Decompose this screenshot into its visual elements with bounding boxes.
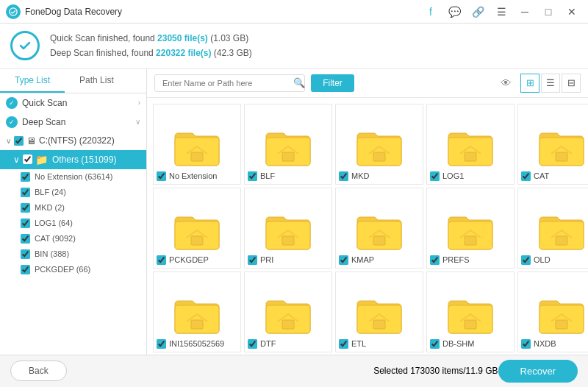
sidebar-quick-scan[interactable]: ✓ Quick Scan › [0,93,146,113]
folder-icon [447,210,494,251]
sub-item-checkbox[interactable] [21,249,30,259]
file-item[interactable]: BLF [244,104,332,185]
file-checkbox[interactable] [430,255,440,265]
recover-button[interactable]: Recover [498,360,578,383]
search-input[interactable] [154,74,305,92]
sidebar-deep-scan[interactable]: ✓ Deep Scan ∨ [0,113,146,132]
grid-view-icon[interactable]: ⊞ [520,74,539,93]
file-item[interactable]: CAT [517,104,588,185]
window-controls: f 💬 🔗 ☰ ─ □ ✕ [420,1,582,22]
file-name: KMAP [351,255,374,264]
file-checkbox[interactable] [521,171,531,181]
sub-item-checkbox[interactable] [21,234,30,244]
file-item[interactable]: MKD [335,104,423,185]
file-checkbox[interactable] [157,255,166,265]
sidebar-others[interactable]: ∨ 📁 Others (151099) [0,150,146,169]
file-checkbox[interactable] [339,171,348,181]
folder-icon [265,210,312,251]
menu-icon[interactable]: ☰ [491,1,512,22]
deep-scan-label: Deep Scan [22,117,65,127]
file-content: No Extension BLF MKD [153,104,582,355]
sidebar-sub-item[interactable]: BLF (24) [0,185,146,200]
svg-rect-10 [465,236,476,245]
file-item[interactable]: PRI [244,188,332,269]
file-item[interactable]: ETL [335,271,423,352]
svg-rect-2 [282,152,294,161]
file-item[interactable]: DTF [244,271,332,352]
file-item[interactable]: No Extension [153,104,241,185]
sidebar-sub-item[interactable]: CAT (9092) [0,231,146,246]
file-label: PREFS [430,255,511,265]
sub-item-checkbox[interactable] [21,219,30,228]
file-checkbox[interactable] [521,255,531,265]
sub-item-checkbox[interactable] [21,203,30,213]
close-icon[interactable]: ✕ [562,1,582,22]
tab-path-list[interactable]: Path List [65,69,129,93]
file-item[interactable]: LOG1 [426,104,514,185]
file-checkbox[interactable] [430,171,440,181]
sub-item-checkbox[interactable] [21,265,30,274]
detail-view-icon[interactable]: ⊟ [562,74,581,93]
file-checkbox[interactable] [521,339,531,349]
sidebar-sub-item[interactable]: PCKGDEP (66) [0,262,146,277]
list-view-icon[interactable]: ☰ [541,74,560,93]
svg-rect-15 [373,320,385,329]
sidebar-sub-item[interactable]: BIN (388) [0,246,146,262]
sidebar-sub-item[interactable]: No Extension (63614) [0,169,146,185]
file-checkbox[interactable] [248,171,257,181]
filter-button[interactable]: Filter [311,74,354,92]
file-checkbox[interactable] [157,339,166,349]
file-item[interactable]: PREFS [426,188,514,269]
share-icon[interactable]: 🔗 [467,1,488,22]
file-label: OLD [521,255,588,265]
folder-icon [265,126,312,167]
file-checkbox[interactable] [339,255,348,265]
file-checkbox[interactable] [157,171,166,181]
toolbar: 🔍 Filter 👁 ⊞ ☰ ⊟ [147,69,588,98]
file-label: MKD [339,171,420,181]
sub-item-label: LOG1 (64) [35,219,73,227]
back-button[interactable]: Back [10,361,67,381]
svg-rect-16 [465,320,476,329]
tab-type-list[interactable]: Type List [0,69,65,93]
drive-checkbox[interactable] [14,136,24,146]
file-checkbox[interactable] [248,339,257,349]
file-checkbox[interactable] [339,339,348,349]
file-item[interactable]: KMAP [335,188,423,269]
folder-icon [173,210,220,251]
sub-items: No Extension (63614)BLF (24)MKD (2)LOG1 … [0,169,146,277]
sidebar-sub-item[interactable]: MKD (2) [0,200,146,216]
app-icon [6,4,21,19]
minimize-icon[interactable]: ─ [514,1,535,22]
title-bar: FoneDog Data Recovery f 💬 🔗 ☰ ─ □ ✕ [0,0,588,24]
folder-icon [538,126,585,167]
file-label: KMAP [339,255,420,265]
file-label: ETL [339,339,420,349]
sub-item-label: BIN (388) [35,249,69,258]
file-item[interactable]: DB-SHM [426,271,514,352]
file-item[interactable]: OLD [517,188,588,269]
file-item[interactable]: NXDB [517,271,588,352]
file-checkbox[interactable] [430,339,440,349]
sub-item-checkbox[interactable] [21,172,30,182]
file-name: PRI [260,255,273,264]
sub-item-checkbox[interactable] [21,188,30,197]
file-checkbox[interactable] [248,255,257,265]
svg-rect-5 [556,152,567,161]
folder-icon [173,294,220,335]
sidebar-tabs: Type List Path List [0,69,146,93]
svg-rect-7 [191,236,203,245]
maximize-icon[interactable]: □ [538,1,559,22]
file-item[interactable]: PCKGDEP [153,188,241,269]
others-checkbox[interactable] [23,155,32,164]
sidebar-sub-item[interactable]: LOG1 (64) [0,216,146,231]
file-name: LOG1 [442,171,464,180]
scan-info: Quick Scan finished, found 23050 file(s)… [50,31,252,61]
message-icon[interactable]: 💬 [444,1,465,22]
file-name: BLF [260,171,275,180]
sidebar-drive[interactable]: ∨ 🖥 C:(NTFS) (220322) [0,132,146,150]
facebook-icon[interactable]: f [420,1,441,22]
eye-icon[interactable]: 👁 [501,77,512,89]
file-label: DTF [248,339,329,349]
file-item[interactable]: INI1565052569 [153,271,241,352]
